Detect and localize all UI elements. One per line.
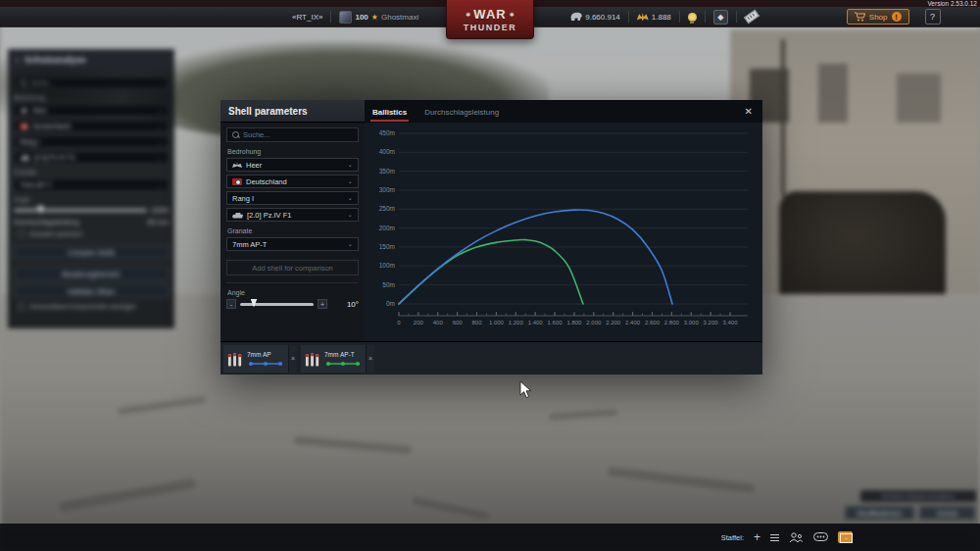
squad-invite-icon[interactable]: +	[754, 530, 760, 544]
back-button[interactable]: Zurück	[919, 506, 975, 520]
help-button[interactable]: ?	[925, 9, 941, 25]
shell-name: 7mm AP	[247, 351, 284, 358]
items-button[interactable]	[745, 13, 759, 21]
checkbox-icon[interactable]	[18, 303, 24, 310]
mail-icon[interactable]	[838, 531, 853, 543]
sidebar-checkbox-1[interactable]: Auswahl speichern	[18, 230, 169, 237]
chevron-down-icon: ⌄	[348, 177, 353, 185]
angle-decrease-button[interactable]: -	[226, 299, 236, 309]
svg-text:3.000: 3.000	[684, 320, 700, 326]
svg-text:0: 0	[397, 320, 401, 326]
svg-text:3.200: 3.200	[704, 320, 719, 326]
panel-title: Shell parameters	[220, 100, 365, 123]
squad-label: Staffel:	[721, 533, 744, 542]
remove-shell-icon[interactable]: ×	[288, 345, 297, 373]
ballistics-panel: Ballistics Durchschlagsleistung ✕ 0m50m1…	[365, 100, 762, 341]
chat-icon[interactable]	[813, 532, 828, 543]
chevron-down-icon: ⌄	[348, 211, 353, 219]
contacts-icon[interactable]	[789, 532, 804, 543]
golden-eagles-balance[interactable]: 1.888	[637, 13, 671, 22]
sidebar-army-dropdown[interactable]: Heer ⌄	[14, 104, 169, 117]
svg-text:200m: 200m	[379, 225, 395, 231]
logo-thunder-text: THUNDER	[464, 23, 517, 32]
modifications-button[interactable]: Modifikationen	[845, 506, 914, 520]
svg-text:200: 200	[414, 320, 424, 326]
shell-comparison-bar: 7mm AP ×	[220, 341, 762, 375]
shell-label: Granate	[227, 227, 358, 234]
remove-shell-icon[interactable]: ×	[366, 345, 374, 373]
search-field[interactable]	[226, 127, 359, 142]
search-input[interactable]	[243, 130, 353, 139]
back-arrow-icon[interactable]: ‹	[16, 55, 19, 65]
silver-lions-balance[interactable]: 9.660.914	[570, 12, 620, 22]
add-shell-comparison-button[interactable]: Add shell for comparison	[226, 260, 359, 276]
svg-text:2.600: 2.600	[645, 320, 661, 326]
rank-dropdown[interactable]: Rang I ⌄	[226, 191, 359, 205]
slider-thumb[interactable]	[37, 206, 43, 214]
angle-label: Angle	[227, 289, 358, 296]
compare-shells-button[interactable]: Compare shells	[14, 245, 169, 259]
sidebar-shell-dropdown[interactable]: 7mm AP-T ⌄	[14, 178, 169, 191]
star-icon: ★	[371, 13, 378, 22]
sidebar-checkbox-2[interactable]: Verwundbare Komponenten anzeigen	[18, 303, 169, 310]
shell-card-7mm-ap-t[interactable]: 7mm AP-T ×	[301, 345, 374, 373]
sidebar-angle-slider[interactable]: 100%	[14, 207, 169, 214]
shop-button[interactable]: Shop !	[847, 9, 909, 25]
shell-card-7mm-ap[interactable]: 7mm AP ×	[223, 345, 297, 373]
sidebar-vehicle-dropdown[interactable]: [2.0] Pz.IV F1 ⌄	[14, 151, 169, 164]
search-icon	[20, 79, 26, 86]
sidebar-search-input[interactable]: Suche...	[14, 76, 169, 89]
svg-text:250m: 250m	[379, 205, 395, 212]
svg-text:1.400: 1.400	[528, 320, 544, 326]
svg-text:1.600: 1.600	[548, 320, 564, 326]
angle-increase-button[interactable]: +	[318, 299, 327, 309]
shell-dropdown[interactable]: 7mm AP-T ⌄	[226, 237, 359, 251]
bullets-icon	[305, 350, 320, 368]
list-icon[interactable]	[770, 534, 779, 541]
chevron-down-icon: ⌄	[348, 161, 353, 169]
angle-slider-track[interactable]	[240, 303, 314, 306]
tab-bar: Ballistics Durchschlagsleistung ✕	[365, 100, 762, 123]
tab-penetration[interactable]: Durchschlagsleistung	[422, 102, 501, 122]
chevron-down-icon: ⌄	[348, 194, 353, 202]
ruler-icon	[744, 10, 760, 25]
tab-ballistics[interactable]: Ballistics	[370, 102, 409, 122]
checkbox-icon[interactable]	[18, 230, 24, 237]
svg-text:3.400: 3.400	[722, 320, 738, 326]
svg-text:400m: 400m	[379, 148, 395, 155]
warning-icon: !	[892, 12, 902, 22]
logo-war-text: WAR	[473, 7, 506, 22]
germany-flag-icon	[232, 178, 242, 185]
player-level: 100	[355, 13, 368, 22]
avatar[interactable]	[339, 11, 352, 24]
squadron-tag[interactable]: «RT_IX»	[292, 13, 322, 22]
player-profile[interactable]: 100 ★ Ghostmaxi	[339, 11, 418, 24]
tank-icon	[232, 212, 243, 219]
chevron-down-icon: ⌄	[158, 181, 163, 188]
achievements-button[interactable]: ◆	[713, 10, 728, 25]
sidebar-row-button-1[interactable]: Besatzungsbereich	[14, 267, 169, 280]
svg-text:2.800: 2.800	[664, 320, 680, 326]
chevron-down-icon: ⌄	[348, 240, 353, 248]
army-dropdown[interactable]: Heer ⌄	[226, 158, 359, 172]
nation-dropdown[interactable]: Deutschland ⌄	[226, 175, 359, 188]
close-icon[interactable]: ✕	[741, 104, 757, 119]
sidebar-nation-dropdown[interactable]: Deutschland ⌄	[14, 120, 169, 132]
cart-icon	[855, 12, 865, 22]
vehicle-dropdown[interactable]: [2.0] Pz.IV F1 ⌄	[226, 208, 359, 222]
svg-text:0m: 0m	[386, 300, 395, 307]
shell-name: 7mm AP-T	[324, 351, 362, 358]
svg-text:300m: 300m	[379, 186, 395, 193]
logo-star-right: ✱	[510, 11, 514, 18]
angle-slider-thumb[interactable]	[251, 299, 258, 308]
war-thunder-screen: ‹ Schutzanalyse Suche... Bedrohung Heer …	[0, 0, 980, 551]
bottom-taskbar: Staffel: +	[0, 524, 980, 551]
sidebar-rank-dropdown[interactable]: Rang I ⌄	[14, 135, 169, 148]
war-thunder-logo[interactable]: ✱ WAR ✱ THUNDER	[446, 0, 534, 39]
sidebar-row-button-2[interactable]: Vollbilder öffnen	[14, 284, 169, 298]
angle-slider-row: - + 10°	[226, 299, 359, 309]
wishes-button[interactable]	[688, 13, 697, 22]
svg-text:450m: 450m	[379, 129, 395, 136]
tank-icon	[21, 155, 29, 161]
svg-text:100m: 100m	[379, 262, 395, 269]
